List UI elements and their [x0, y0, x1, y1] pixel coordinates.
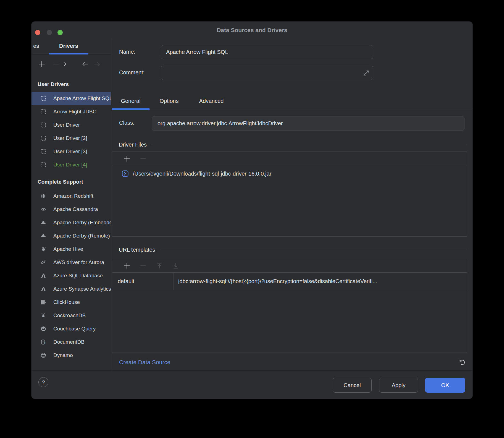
list-item-label: DocumentDB	[53, 339, 85, 345]
list-item-label: User Driver [3]	[53, 148, 87, 155]
list-item-apache-hive[interactable]: Apache Hive	[32, 243, 111, 256]
list-item-user-driver-2-[interactable]: User Driver [2]	[32, 132, 111, 145]
list-item-apache-cassandra[interactable]: Apache Cassandra	[32, 203, 111, 216]
help-button[interactable]: ?	[38, 377, 48, 387]
move-up-button[interactable]	[156, 262, 163, 269]
dynamo-icon	[40, 352, 46, 358]
list-item-label: Amazon Redshift	[53, 193, 93, 199]
redshift-icon	[40, 193, 46, 199]
tab-data-sources[interactable]: es	[33, 43, 39, 49]
sidebar-tab-strip: es Drivers	[32, 39, 111, 54]
list-item-label: Azure SQL Database	[53, 273, 103, 279]
tab-drivers[interactable]: Drivers	[49, 43, 88, 49]
back-button[interactable]	[82, 61, 89, 68]
add-template-button[interactable]	[123, 262, 130, 269]
tab-options[interactable]: Options	[154, 93, 184, 108]
class-label: Class:	[119, 120, 135, 126]
list-item-label: Apache Arrow Flight SQL	[53, 95, 111, 101]
url-template-name[interactable]: default	[112, 273, 174, 290]
tab-advanced[interactable]: Advanced	[193, 93, 230, 108]
url-template-row[interactable]: default jdbc:arrow-flight-sql://{host}:{…	[112, 273, 467, 290]
list-item-user-driver-4-[interactable]: User Driver [4]	[32, 158, 111, 171]
list-item-azure-synapse-analytics[interactable]: Azure Synapse Analytics	[32, 282, 111, 296]
comment-input[interactable]	[161, 66, 373, 80]
user-driver-icon	[40, 122, 46, 128]
list-item-cockroachdb[interactable]: CockroachDB	[32, 309, 111, 322]
list-item-label: ClickHouse	[53, 299, 80, 305]
list-item-dynamo[interactable]: Dynamo	[32, 349, 111, 362]
zoom-window-button[interactable]	[57, 30, 63, 35]
couchbase-icon	[40, 326, 46, 332]
list-item-amazon-redshift[interactable]: Amazon Redshift	[32, 189, 111, 203]
jar-file-icon	[122, 170, 129, 177]
list-item-label: User Driver [4]	[53, 162, 87, 168]
list-item-apache-derby-embedded-[interactable]: Apache Derby (Embedded)	[32, 216, 111, 229]
url-template-value[interactable]: jdbc:arrow-flight-sql://{host}:{port}\?u…	[174, 273, 467, 290]
remove-file-button[interactable]	[140, 155, 147, 162]
ok-button[interactable]: OK	[425, 378, 465, 393]
dialog-footer: ? Cancel Apply OK	[32, 370, 473, 399]
clickhouse-icon	[40, 299, 46, 305]
cassandra-icon	[40, 206, 46, 212]
dialog-body: es Drivers User DriversApache Arrow Flig…	[32, 39, 473, 370]
name-value: Apache Arrow Flight SQL	[166, 49, 228, 55]
list-item-label: Apache Cassandra	[53, 206, 98, 212]
sidebar-toolbar	[32, 54, 111, 74]
close-window-button[interactable]	[35, 30, 40, 35]
class-dropdown[interactable]: org.apache.arrow.driver.jdbc.ArrowFlight…	[152, 116, 464, 131]
driver-list: User DriversApache Arrow Flight SQLArrow…	[32, 74, 111, 370]
cancel-button[interactable]: Cancel	[333, 378, 372, 393]
list-item-label: Apache Derby (Embedded)	[53, 220, 111, 226]
remove-template-button[interactable]	[140, 262, 147, 269]
list-item-label: User Driver	[53, 122, 80, 128]
driver-file-row[interactable]: /Users/evgenii/Downloads/flight-sql-jdbc…	[112, 166, 467, 181]
list-item-couchbase-query[interactable]: Couchbase Query	[32, 322, 111, 335]
list-item-arrow-flight-jdbc[interactable]: Arrow Flight JDBC	[32, 105, 111, 118]
driver-file-path: /Users/evgenii/Downloads/flight-sql-jdbc…	[133, 171, 271, 177]
azure-icon	[40, 273, 46, 279]
user-driver-icon	[40, 135, 46, 141]
driver-form: Name: Apache Arrow Flight SQL Comment: G…	[111, 39, 473, 370]
list-item-label: Couchbase Query	[53, 326, 96, 332]
user-driver-icon	[40, 109, 46, 115]
minimize-window-button[interactable]	[47, 30, 52, 35]
expand-icon[interactable]	[363, 69, 370, 77]
list-item-documentdb[interactable]: {}DocumentDB	[32, 335, 111, 349]
create-data-source-link[interactable]: Create Data Source	[119, 359, 170, 366]
list-item-label: AWS driver for Aurora	[53, 259, 104, 265]
url-templates-toolbar	[112, 259, 467, 273]
remove-driver-button[interactable]	[52, 61, 59, 68]
add-driver-button[interactable]	[38, 61, 45, 68]
list-item-label: Apache Hive	[53, 246, 83, 252]
list-item-label: CockroachDB	[53, 312, 86, 319]
list-item-apache-derby-remote-[interactable]: Apache Derby (Remote)	[32, 229, 111, 243]
documentdb-icon: {}	[40, 339, 46, 345]
add-file-button[interactable]	[123, 155, 130, 162]
user-driver-icon	[40, 162, 46, 168]
tab-general[interactable]: General	[112, 93, 150, 108]
screen: { "colors": {"accent_blue": "#3d74e8", "…	[0, 0, 504, 438]
section-header-complete-support: Complete Support	[32, 179, 111, 185]
class-value: org.apache.arrow.driver.jdbc.ArrowFlight…	[158, 120, 283, 127]
list-item-label: Dynamo	[53, 352, 73, 358]
derby-icon	[40, 233, 46, 239]
move-down-button[interactable]	[172, 262, 179, 269]
duplicate-chevron-button[interactable]	[61, 61, 69, 68]
tab-general-underline	[112, 108, 150, 110]
list-item-user-driver-3-[interactable]: User Driver [3]	[32, 145, 111, 158]
list-item-user-driver[interactable]: User Driver	[32, 118, 111, 132]
list-item-clickhouse[interactable]: ClickHouse	[32, 296, 111, 309]
url-templates-header: URL templates	[119, 246, 467, 254]
svg-text:{}: {}	[44, 341, 46, 344]
sidebar: es Drivers User DriversApache Arrow Flig…	[32, 39, 111, 370]
name-input[interactable]: Apache Arrow Flight SQL	[161, 45, 373, 59]
hive-icon	[40, 246, 46, 252]
list-item-label: User Driver [2]	[53, 135, 87, 141]
list-item-aws-driver-for-aurora[interactable]: AWS driver for Aurora	[32, 256, 111, 269]
list-item-azure-sql-database[interactable]: Azure SQL Database	[32, 269, 111, 282]
list-item-apache-arrow-flight-sql[interactable]: Apache Arrow Flight SQL	[32, 92, 111, 105]
apply-button[interactable]: Apply	[379, 378, 418, 393]
undo-icon[interactable]	[458, 358, 466, 367]
forward-button[interactable]	[93, 61, 101, 68]
title-bar[interactable]: Data Sources and Drivers	[32, 22, 473, 39]
